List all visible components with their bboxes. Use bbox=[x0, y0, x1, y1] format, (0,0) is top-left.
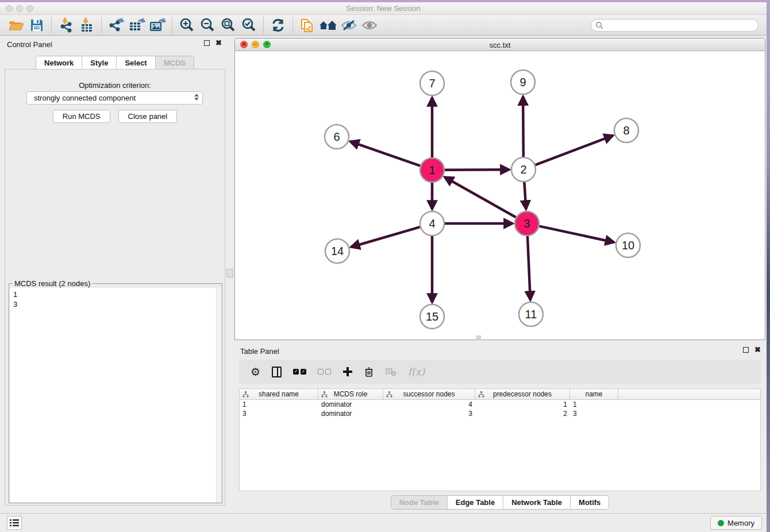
settings-gear-icon[interactable]: ⚙ bbox=[251, 365, 260, 379]
zoom-out-button[interactable] bbox=[197, 16, 218, 34]
close-table-panel-icon[interactable]: ✖ bbox=[754, 347, 761, 353]
splitter-handle-icon[interactable] bbox=[226, 269, 233, 277]
control-panel-header: Control Panel ✖ bbox=[0, 36, 230, 53]
graph-edge-3-1[interactable] bbox=[445, 177, 516, 217]
refresh-button[interactable] bbox=[268, 16, 288, 34]
graph-node-label-4: 4 bbox=[429, 217, 435, 230]
graph-edge-1-2[interactable] bbox=[445, 169, 509, 170]
cell-name[interactable]: 3 bbox=[570, 409, 618, 418]
export-network-icon bbox=[107, 17, 125, 33]
zoom-fit-button[interactable] bbox=[218, 16, 238, 34]
cell-successor-nodes[interactable]: 3 bbox=[383, 409, 475, 418]
tab-network-table[interactable]: Network Table bbox=[503, 496, 571, 509]
float-panel-icon[interactable] bbox=[204, 40, 210, 46]
memory-button[interactable]: Memory bbox=[710, 516, 762, 530]
node-table[interactable]: shared name MCDS role successor nodes pr… bbox=[239, 388, 761, 491]
table-tabs: Node Table Edge Table Network Table Moti… bbox=[234, 495, 765, 510]
optimization-criterion-select[interactable]: strongly connected component bbox=[26, 91, 203, 105]
table-row[interactable]: 3 dominator 3 2 3 bbox=[240, 409, 760, 418]
cell-shared-name[interactable]: 1 bbox=[240, 400, 318, 409]
graph-edge-1-6[interactable] bbox=[351, 141, 421, 165]
tab-mcds[interactable]: MCDS bbox=[156, 56, 194, 70]
graph-edge-2-8[interactable] bbox=[536, 136, 613, 165]
close-panel-icon[interactable]: ✖ bbox=[215, 40, 222, 46]
graph-edge-4-14[interactable] bbox=[351, 227, 420, 247]
run-mcds-button[interactable]: Run MCDS bbox=[53, 110, 110, 123]
network-graph[interactable]: 7968124314101511 bbox=[236, 51, 764, 340]
save-session-icon bbox=[30, 18, 44, 32]
list-icon bbox=[10, 519, 19, 527]
zoom-in-button[interactable] bbox=[176, 16, 197, 34]
desktop-edge bbox=[767, 0, 770, 532]
result-scrollbar[interactable] bbox=[216, 288, 221, 502]
column-header-name[interactable]: name bbox=[570, 389, 618, 399]
graph-edge-3-11[interactable] bbox=[528, 236, 530, 300]
add-row-icon[interactable] bbox=[342, 367, 353, 377]
control-panel-title: Control Panel bbox=[7, 40, 52, 49]
show-all-button[interactable] bbox=[359, 16, 380, 34]
tab-style[interactable]: Style bbox=[82, 56, 117, 70]
cell-mcds-role[interactable]: dominator bbox=[318, 400, 383, 409]
task-history-button[interactable] bbox=[7, 516, 22, 530]
home-button[interactable] bbox=[318, 16, 338, 34]
cell-successor-nodes[interactable]: 4 bbox=[383, 400, 475, 409]
sort-tree-icon bbox=[386, 391, 392, 398]
fx-function-icon[interactable]: f(x) bbox=[408, 366, 425, 377]
window-titlebar: Session: New Session bbox=[0, 2, 767, 15]
open-session-button[interactable] bbox=[6, 16, 26, 34]
column-header-shared-name[interactable]: shared name bbox=[240, 389, 318, 399]
graph-edge-3-10[interactable] bbox=[540, 226, 614, 242]
cell-predecessor-nodes[interactable]: 2 bbox=[475, 409, 570, 418]
status-bar: Memory bbox=[0, 513, 767, 532]
zoom-selected-button[interactable] bbox=[238, 16, 259, 34]
network-window-titlebar[interactable]: ✕ − + scc.txt bbox=[235, 38, 765, 51]
graph-node-label-2: 2 bbox=[520, 163, 526, 176]
column-header-mcds-role[interactable]: MCDS role bbox=[318, 389, 383, 399]
import-table-button[interactable] bbox=[76, 16, 97, 34]
table-row[interactable]: 1 dominator 4 1 1 bbox=[240, 400, 760, 409]
cell-mcds-role[interactable]: dominator bbox=[318, 409, 383, 418]
network-canvas[interactable]: 7968124314101511 bbox=[236, 51, 764, 340]
export-table-button[interactable] bbox=[126, 16, 147, 34]
column-layout-icon[interactable] bbox=[272, 367, 282, 377]
hide-selected-button[interactable] bbox=[338, 16, 359, 34]
graph-edge-2-3[interactable] bbox=[524, 182, 526, 209]
export-network-button[interactable] bbox=[106, 16, 126, 34]
checked-box-icon: ✓ bbox=[293, 369, 299, 375]
panel-splitter[interactable] bbox=[230, 36, 234, 513]
tab-network[interactable]: Network bbox=[36, 56, 82, 70]
mcds-result-list[interactable]: 1 3 bbox=[10, 288, 221, 502]
tab-node-table[interactable]: Node Table bbox=[391, 496, 448, 509]
float-table-panel-icon[interactable] bbox=[743, 347, 749, 353]
hide-selected-icon bbox=[340, 18, 357, 32]
import-network-button[interactable] bbox=[56, 16, 76, 34]
delete-row-icon[interactable] bbox=[364, 367, 374, 377]
clone-network-icon bbox=[299, 17, 315, 33]
column-header-successor-nodes[interactable]: successor nodes bbox=[383, 389, 475, 399]
save-session-button[interactable] bbox=[26, 16, 47, 34]
deselect-all-icon[interactable] bbox=[318, 369, 331, 375]
tab-motifs[interactable]: Motifs bbox=[571, 496, 609, 509]
tab-edge-table[interactable]: Edge Table bbox=[448, 496, 503, 509]
control-panel: Control Panel ✖ Network Style Select MCD… bbox=[0, 36, 230, 513]
cell-shared-name[interactable]: 3 bbox=[240, 409, 318, 418]
cell-predecessor-nodes[interactable]: 1 bbox=[475, 400, 570, 409]
canvas-resize-handle[interactable] bbox=[476, 336, 481, 339]
export-image-button[interactable] bbox=[147, 16, 168, 34]
cell-name[interactable]: 1 bbox=[570, 400, 618, 409]
optimization-criterion-label: Optimization criterion: bbox=[5, 81, 225, 90]
graph-node-label-9: 9 bbox=[519, 76, 526, 88]
delete-table-icon[interactable] bbox=[385, 367, 396, 376]
graph-edge-2-9[interactable] bbox=[523, 97, 523, 157]
close-panel-button[interactable]: Close panel bbox=[118, 110, 178, 123]
column-header-predecessor-nodes[interactable]: predecessor nodes bbox=[475, 389, 570, 399]
mcds-result-group: MCDS result (2 nodes) 1 3 bbox=[9, 283, 222, 503]
mcds-result-line: 3 bbox=[13, 299, 218, 309]
memory-label: Memory bbox=[727, 519, 754, 527]
tab-select[interactable]: Select bbox=[117, 56, 155, 70]
search-input[interactable] bbox=[591, 19, 759, 32]
select-all-icon[interactable]: ✓ ✓ bbox=[293, 369, 306, 375]
main-toolbar bbox=[0, 15, 767, 36]
clone-network-button[interactable] bbox=[297, 16, 318, 34]
mcds-result-title: MCDS result (2 nodes) bbox=[13, 279, 92, 288]
